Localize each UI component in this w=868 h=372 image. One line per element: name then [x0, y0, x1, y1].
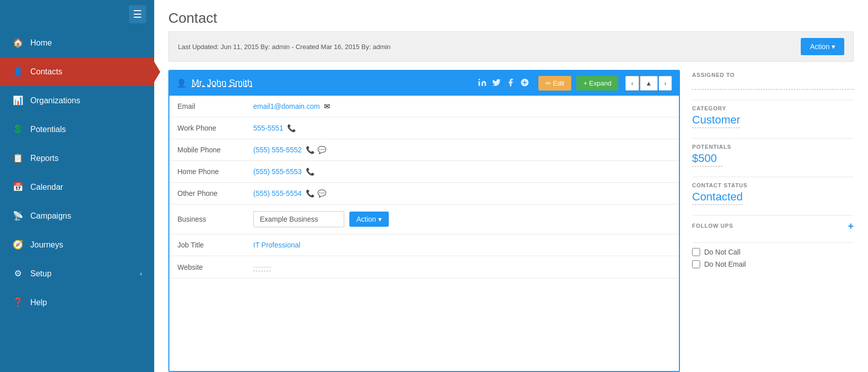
- follow-ups-row: FOLLOW UPS +: [692, 221, 854, 232]
- table-row: Business Example Business Action ▾: [169, 204, 679, 234]
- person-icon: 👤: [176, 78, 187, 88]
- follow-ups-label: FOLLOW UPS: [692, 223, 733, 229]
- next-arrow-button[interactable]: ›: [659, 76, 672, 91]
- sidebar-header: ☰: [0, 0, 154, 28]
- journeys-icon: 🧭: [12, 239, 23, 250]
- sidebar-item-organizations-label: Organizations: [30, 96, 80, 105]
- contact-name[interactable]: Mr. John Smith: [192, 78, 473, 89]
- potentials-value: $500: [692, 152, 722, 167]
- svg-point-1: [479, 79, 480, 80]
- table-row: Mobile Phone (555) 555-5552 📞 💬: [169, 139, 679, 161]
- sidebar-item-organizations[interactable]: 📊 Organizations: [0, 86, 154, 115]
- table-row: Work Phone 555-5551 📞: [169, 117, 679, 139]
- sidebar-item-reports-label: Reports: [30, 154, 59, 163]
- divider-5: [692, 242, 854, 243]
- mobile-phone-link[interactable]: (555) 555-5552: [253, 146, 302, 154]
- field-value-business: Example Business Action ▾: [245, 204, 679, 234]
- checkboxes-section: Do Not Call Do Not Email: [692, 248, 854, 268]
- facebook-icon[interactable]: [506, 78, 515, 89]
- sidebar-item-calendar[interactable]: 📅 Calendar: [0, 173, 154, 201]
- google-icon[interactable]: [520, 78, 529, 89]
- do-not-email-checkbox[interactable]: [692, 260, 700, 268]
- contact-status-value: Contacted: [692, 190, 743, 205]
- assigned-to-section: ASSIGNED TO: [692, 72, 854, 90]
- email-link[interactable]: email1@domain.com: [253, 102, 320, 110]
- chat-icon-2: 💬: [317, 189, 326, 197]
- nav-arrows: ‹ ▲ ›: [625, 76, 672, 91]
- potentials-label: POTENTIALS: [692, 144, 854, 150]
- assigned-to-label: ASSIGNED TO: [692, 72, 854, 78]
- field-label-business: Business: [169, 204, 245, 234]
- do-not-email-row: Do Not Email: [692, 260, 854, 268]
- table-row: Home Phone (555) 555-5553 📞: [169, 161, 679, 183]
- field-label-work-phone: Work Phone: [169, 117, 245, 139]
- field-value-mobile-phone: (555) 555-5552 📞 💬: [245, 139, 679, 161]
- contact-table: Email email1@domain.com ✉ Work Phone 555…: [169, 96, 679, 278]
- divider-2: [692, 138, 854, 139]
- edit-button[interactable]: ✏ Edit: [538, 76, 571, 91]
- job-title-link[interactable]: IT Professional: [253, 241, 300, 249]
- meta-text: Last Updated: Jun 11, 2015 By: admin - C…: [178, 43, 391, 51]
- sidebar-nav: 🏠 Home 👤 Contacts 📊 Organizations 💲 Pote…: [0, 28, 154, 372]
- field-label-mobile-phone: Mobile Phone: [169, 139, 245, 161]
- hamburger-icon[interactable]: ☰: [129, 5, 146, 23]
- prev-arrow-button[interactable]: ‹: [625, 76, 638, 91]
- toolbar-bar: Last Updated: Jun 11, 2015 By: admin - C…: [168, 31, 854, 62]
- field-value-home-phone: (555) 555-5553 📞: [245, 161, 679, 183]
- sidebar-item-help[interactable]: ❓ Help: [0, 288, 154, 317]
- field-label-other-phone: Other Phone: [169, 183, 245, 204]
- sidebar-item-calendar-label: Calendar: [30, 183, 63, 192]
- sidebar-item-journeys-label: Journeys: [30, 240, 63, 250]
- sidebar-item-potentials[interactable]: 💲 Potentials: [0, 115, 154, 144]
- category-value: Customer: [692, 113, 740, 128]
- home-phone-link[interactable]: (555) 555-5553: [253, 168, 302, 176]
- phone-icon-3: 📞: [306, 168, 314, 176]
- linkedin-icon[interactable]: [478, 78, 487, 89]
- field-value-other-phone: (555) 555-5554 📞 💬: [245, 183, 679, 204]
- sidebar-item-contacts[interactable]: 👤 Contacts: [0, 57, 154, 86]
- field-value-website: ·········: [245, 256, 679, 278]
- contact-card-header: 👤 Mr. John Smith ✏ Edit + Expand ‹: [169, 71, 679, 96]
- business-name: Example Business: [253, 211, 344, 227]
- phone-icon: 📞: [287, 124, 296, 132]
- chevron-left-icon: ‹: [140, 270, 142, 277]
- sidebar-item-campaigns[interactable]: 📡 Campaigns: [0, 201, 154, 230]
- other-phone-link[interactable]: (555) 555-5554: [253, 189, 302, 197]
- potentials-icon: 💲: [12, 124, 23, 135]
- potentials-section: POTENTIALS $500: [692, 144, 854, 167]
- sidebar-item-setup[interactable]: ⚙ Setup ‹: [0, 259, 154, 288]
- up-arrow-button[interactable]: ▲: [640, 76, 658, 91]
- website-value: ·········: [253, 263, 271, 271]
- category-label: CATEGORY: [692, 105, 854, 111]
- sidebar-item-potentials-label: Potentials: [30, 125, 66, 134]
- expand-button[interactable]: + Expand: [576, 76, 618, 91]
- main-content: Contact Last Updated: Jun 11, 2015 By: a…: [154, 0, 868, 372]
- business-cell: Example Business Action ▾: [253, 211, 671, 227]
- sidebar-item-reports[interactable]: 📋 Reports: [0, 144, 154, 173]
- contact-status-section: CONTACT STATUS Contacted: [692, 182, 854, 205]
- do-not-call-label: Do Not Call: [704, 248, 741, 256]
- table-row: Website ·········: [169, 256, 679, 278]
- category-section: CATEGORY Customer: [692, 105, 854, 128]
- action-button-main[interactable]: Action ▾: [801, 38, 844, 55]
- campaigns-icon: 📡: [12, 211, 23, 221]
- home-icon: 🏠: [12, 37, 23, 48]
- business-action-button[interactable]: Action ▾: [349, 212, 389, 227]
- contact-card: 👤 Mr. John Smith ✏ Edit + Expand ‹: [168, 70, 680, 372]
- setup-icon: ⚙: [12, 268, 23, 279]
- content-area: 👤 Mr. John Smith ✏ Edit + Expand ‹: [154, 70, 868, 372]
- follow-ups-section: FOLLOW UPS +: [692, 221, 854, 232]
- divider-3: [692, 177, 854, 177]
- table-row: Job Title IT Professional: [169, 234, 679, 256]
- field-value-work-phone: 555-5551 📞: [245, 117, 679, 139]
- field-label-home-phone: Home Phone: [169, 161, 245, 183]
- do-not-call-checkbox[interactable]: [692, 248, 700, 256]
- work-phone-link[interactable]: 555-5551: [253, 124, 283, 132]
- table-row: Email email1@domain.com ✉: [169, 96, 679, 117]
- sidebar-item-home[interactable]: 🏠 Home: [0, 28, 154, 57]
- divider-1: [692, 100, 854, 100]
- add-follow-up-button[interactable]: +: [848, 221, 854, 232]
- field-label-email: Email: [169, 96, 245, 117]
- sidebar-item-journeys[interactable]: 🧭 Journeys: [0, 230, 154, 259]
- twitter-icon[interactable]: [492, 78, 501, 89]
